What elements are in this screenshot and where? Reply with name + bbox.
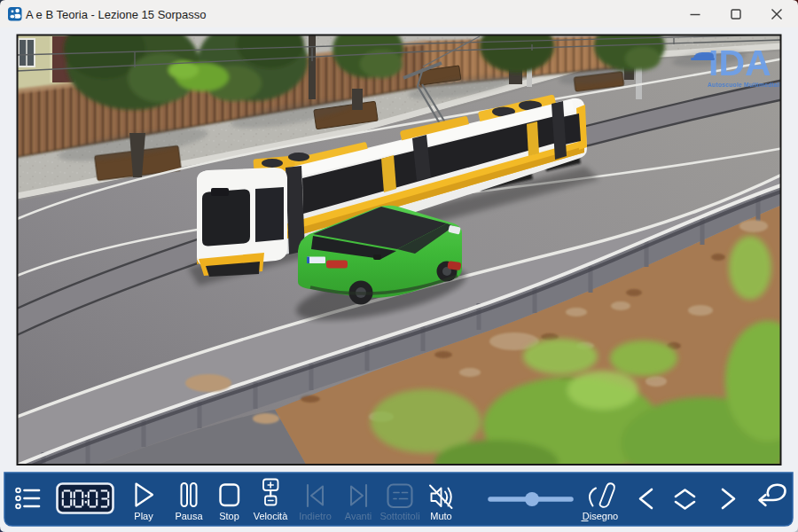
svg-text:A e B Teoria - Lezione 15 Sorp: A e B Teoria - Lezione 15 Sorpasso [26,8,207,21]
svg-text:Muto: Muto [430,511,451,521]
svg-text:Indietro: Indietro [299,511,332,521]
svg-text:Autoscuole Multimediali: Autoscuole Multimediali [708,82,781,88]
svg-text:IDA: IDA [708,43,771,83]
svg-text:Disegno: Disegno [583,511,618,521]
svg-text:Play: Play [134,511,153,521]
svg-text:Pausa: Pausa [175,511,203,521]
svg-text:Stop: Stop [219,511,239,521]
svg-text:Avanti: Avanti [345,511,372,521]
svg-text:Sottotitoli: Sottotitoli [379,511,419,521]
svg-text:Velocità: Velocità [254,511,288,521]
